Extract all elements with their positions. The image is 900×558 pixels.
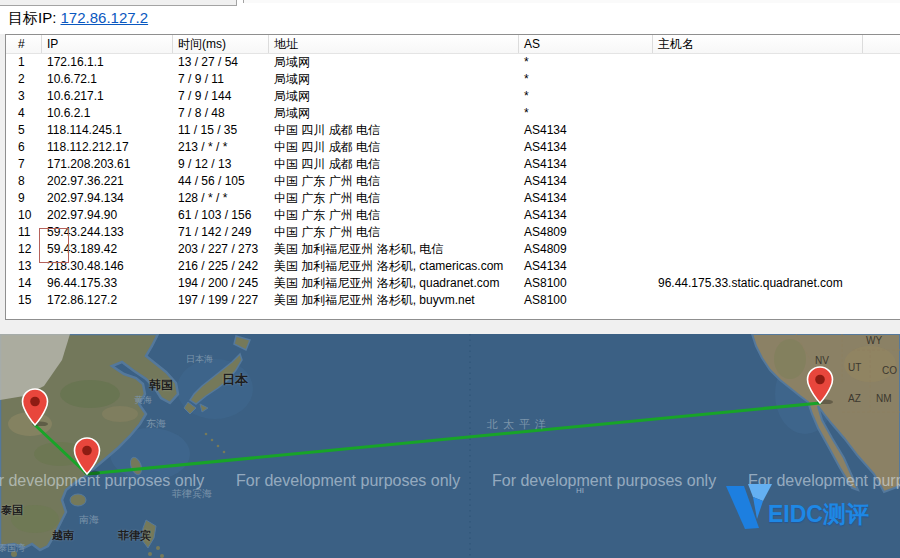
cell-as: * [519,88,653,105]
cell-ip: 171.208.203.61 [42,156,173,173]
cell-host [653,156,863,173]
cell-hop: 2 [6,71,42,88]
cell-as: AS4809 [519,241,653,258]
cell-ip: 59.43.189.42 [42,241,173,258]
cell-host [653,71,863,88]
table-row-hop-6[interactable]: 6118.112.212.17213 / * / *中国 四川 成都 电信AS4… [6,139,900,156]
cell-time: 44 / 56 / 105 [173,173,269,190]
cell-hop: 13 [6,258,42,275]
table-row-hop-10[interactable]: 10202.97.94.9061 / 103 / 156中国 广东 广州 电信A… [6,207,900,224]
table-row-hop-4[interactable]: 410.6.2.17 / 8 / 48局域网* [6,105,900,122]
cell-as: * [519,105,653,122]
map-label-AZ: AZ [848,394,861,404]
target-ip-line: 目标IP: 172.86.127.2 [8,9,148,28]
route-map[interactable]: 日本海韩国日本黄海东海北太平洋菲律宾海泰国南海越南菲律宾泰国湾HIWYNVUTC… [0,334,900,558]
cell-host: 96.44.175.33.static.quadranet.com [653,275,863,292]
map-label-东海: 东海 [146,419,166,429]
cell-time: 61 / 103 / 156 [173,207,269,224]
cell-hop: 9 [6,190,42,207]
cell-addr: 局域网 [269,105,519,122]
cell-hop: 8 [6,173,42,190]
cell-addr: 中国 四川 成都 电信 [269,139,519,156]
table-row-hop-11[interactable]: 1159.43.244.13371 / 142 / 249中国 广东 广州 电信… [6,224,900,241]
table-row-hop-15[interactable]: 15172.86.127.2197 / 199 / 227美国 加利福尼亚州 洛… [6,292,900,309]
veidc-logo-text: EIDC测评 [768,498,869,530]
cell-hop: 14 [6,275,42,292]
table-row-hop-7[interactable]: 7171.208.203.619 / 12 / 13中国 四川 成都 电信AS4… [6,156,900,173]
table-row-hop-14[interactable]: 1496.44.175.33194 / 200 / 245美国 加利福尼亚州 洛… [6,275,900,292]
table-row-hop-13[interactable]: 13218.30.48.146216 / 225 / 242美国 加利福尼亚州 … [6,258,900,275]
cell-hop: 4 [6,105,42,122]
table-row-hop-5[interactable]: 5118.114.245.111 / 15 / 35中国 四川 成都 电信AS4… [6,122,900,139]
cell-ip: 10.6.72.1 [42,71,173,88]
cell-time: 213 / * / * [173,139,269,156]
cell-as: AS4134 [519,207,653,224]
table-row-hop-2[interactable]: 210.6.72.17 / 9 / 11局域网* [6,71,900,88]
table-body: 1172.16.1.113 / 27 / 54局域网*210.6.72.17 /… [6,54,900,309]
cell-host [653,88,863,105]
table-row-hop-12[interactable]: 1259.43.189.42203 / 227 / 273美国 加利福尼亚州 洛… [6,241,900,258]
cell-ip: 202.97.94.134 [42,190,173,207]
cell-ip: 59.43.244.133 [42,224,173,241]
column-header-2[interactable]: 时间(ms) [173,35,269,53]
top-panel-edge [243,0,900,3]
traceroute-table: #IP时间(ms)地址AS主机名 1172.16.1.113 / 27 / 54… [5,34,900,320]
target-ip-label: 目标IP: [8,9,56,26]
cell-hop: 15 [6,292,42,309]
cell-ip: 10.6.217.1 [42,88,173,105]
cell-as: AS4134 [519,173,653,190]
table-row-hop-3[interactable]: 310.6.217.17 / 9 / 144局域网* [6,88,900,105]
cell-host [653,122,863,139]
column-header-4[interactable]: AS [519,35,653,53]
cell-addr: 局域网 [269,71,519,88]
column-header-1[interactable]: IP [42,35,173,53]
cell-addr: 美国 加利福尼亚州 洛杉矶, buyvm.net [269,292,519,309]
cell-hop: 7 [6,156,42,173]
cell-hop: 10 [6,207,42,224]
map-label-泰国: 泰国 [1,505,23,516]
cell-addr: 中国 广东 广州 电信 [269,224,519,241]
cell-host [653,241,863,258]
cell-time: 216 / 225 / 242 [173,258,269,275]
cell-as: AS8100 [519,292,653,309]
cell-host [653,190,863,207]
cell-time: 71 / 142 / 249 [173,224,269,241]
map-label-日本: 日本 [222,373,248,386]
cell-time: 7 / 9 / 11 [173,71,269,88]
cell-addr: 中国 四川 成都 电信 [269,122,519,139]
cell-ip: 96.44.175.33 [42,275,173,292]
marker-chengdu-icon[interactable] [21,388,49,426]
cell-as: AS8100 [519,275,653,292]
cell-ip: 202.97.36.221 [42,173,173,190]
cell-as: AS4134 [519,122,653,139]
column-header-5[interactable]: 主机名 [653,35,863,53]
cell-host [653,139,863,156]
table-row-hop-1[interactable]: 1172.16.1.113 / 27 / 54局域网* [6,54,900,71]
cell-ip: 10.6.2.1 [42,105,173,122]
map-label-WY: WY [866,336,882,346]
cell-as: AS4134 [519,258,653,275]
column-header-0[interactable]: # [6,35,42,53]
cell-time: 7 / 9 / 144 [173,88,269,105]
cell-addr: 局域网 [269,88,519,105]
target-ip-link[interactable]: 172.86.127.2 [61,9,149,26]
cell-hop: 6 [6,139,42,156]
marker-losangeles-icon[interactable] [806,366,834,404]
map-label-菲律宾海: 菲律宾海 [172,489,212,499]
cell-as: AS4134 [519,156,653,173]
table-row-hop-9[interactable]: 9202.97.94.134128 / * / *中国 广东 广州 电信AS41… [6,190,900,207]
column-header-3[interactable]: 地址 [269,35,519,53]
table-row-hop-8[interactable]: 8202.97.36.22144 / 56 / 105中国 广东 广州 电信AS… [6,173,900,190]
cell-host [653,224,863,241]
marker-guangzhou-icon[interactable] [73,437,101,475]
map-label-越南: 越南 [52,530,74,541]
map-label-CO: CO [882,366,897,376]
cell-ip: 172.86.127.2 [42,292,173,309]
map-label-UT: UT [848,363,861,373]
map-label-北太平洋: 北太平洋 [487,419,551,430]
cell-hop: 1 [6,54,42,71]
cell-addr: 中国 广东 广州 电信 [269,173,519,190]
cell-host [653,258,863,275]
cell-addr: 美国 加利福尼亚州 洛杉矶, ctamericas.com [269,258,519,275]
map-label-菲律宾: 菲律宾 [118,530,151,541]
